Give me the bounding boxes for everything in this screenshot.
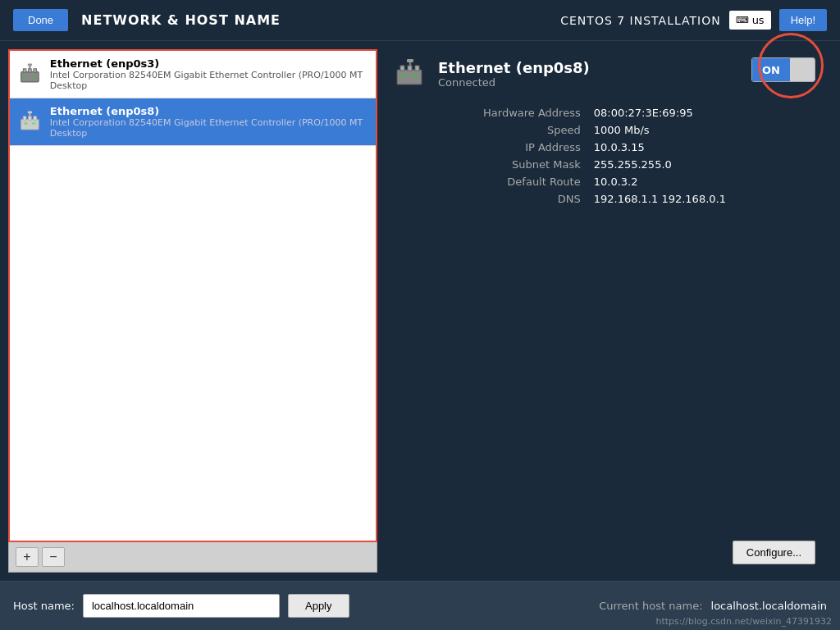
header: Done NETWORK & HOST NAME CENTOS 7 INSTAL…	[0, 0, 840, 41]
configure-button[interactable]: Configure...	[733, 541, 815, 564]
svg-rect-7	[28, 63, 32, 66]
ip-address-value: 10.0.3.15	[594, 141, 815, 153]
current-hostname-value: localhost.localdomain	[711, 600, 827, 612]
left-panel: Ethernet (enp0s3) Intel Corporation 8254…	[8, 49, 377, 573]
ethernet-icon-enp0s3	[18, 62, 42, 88]
device-status: Connected	[438, 76, 590, 89]
speed-value: 1000 Mb/s	[594, 124, 815, 136]
keyboard-icon: ⌨	[736, 15, 749, 25]
svg-rect-1	[23, 68, 26, 71]
speed-label: Speed	[394, 124, 581, 136]
network-item-enp0s3-info: Ethernet (enp0s3) Intel Corporation 8254…	[50, 57, 368, 91]
ip-address-label: IP Address	[394, 141, 581, 153]
network-item-enp0s8-desc: Intel Corporation 82540EM Gigabit Ethern…	[50, 117, 368, 139]
svg-rect-16	[397, 70, 422, 84]
network-item-enp0s3-name: Ethernet (enp0s3)	[50, 57, 368, 70]
dns-label: DNS	[394, 193, 581, 205]
svg-rect-19	[415, 66, 419, 71]
remove-network-button[interactable]: −	[42, 547, 65, 567]
svg-rect-15	[28, 111, 32, 113]
bottom-left: Host name: Apply	[13, 594, 349, 618]
keyboard-value: us	[752, 14, 765, 26]
header-left: Done NETWORK & HOST NAME	[13, 9, 281, 31]
hostname-label: Host name:	[13, 600, 75, 612]
svg-rect-3	[34, 68, 37, 71]
network-item-enp0s3[interactable]: Ethernet (enp0s3) Intel Corporation 8254…	[10, 51, 376, 98]
network-item-enp0s8-name: Ethernet (enp0s8)	[50, 105, 368, 117]
device-text-info: Ethernet (enp0s8) Connected	[438, 59, 590, 89]
svg-rect-0	[21, 71, 39, 82]
svg-rect-11	[34, 116, 37, 119]
svg-rect-12	[24, 122, 27, 125]
network-list: Ethernet (enp0s3) Intel Corporation 8254…	[8, 49, 377, 542]
device-name: Ethernet (enp0s8)	[438, 59, 590, 76]
done-button[interactable]: Done	[13, 9, 68, 31]
help-button[interactable]: Help!	[779, 9, 827, 31]
subnet-mask-value: 255.255.255.0	[594, 158, 815, 171]
svg-rect-8	[21, 119, 39, 130]
toggle-off-area	[790, 58, 815, 81]
svg-rect-13	[32, 122, 35, 125]
apply-button[interactable]: Apply	[288, 594, 349, 618]
current-hostname-label: Current host name:	[599, 600, 702, 612]
bottom-right: Current host name: localhost.localdomain	[599, 600, 827, 612]
add-network-button[interactable]: +	[16, 547, 39, 567]
default-route-label: Default Route	[394, 176, 581, 188]
main-content: Ethernet (enp0s3) Intel Corporation 8254…	[0, 41, 840, 581]
keyboard-input[interactable]: ⌨ us	[729, 11, 771, 30]
dns-value: 192.168.1.1 192.168.0.1	[594, 193, 815, 205]
svg-rect-21	[413, 74, 418, 77]
network-item-enp0s8[interactable]: Ethernet (enp0s8) Intel Corporation 8254…	[10, 98, 376, 146]
device-info: Ethernet (enp0s8) Connected	[394, 57, 590, 90]
subnet-mask-label: Subnet Mask	[394, 158, 581, 171]
hardware-address-label: Hardware Address	[394, 107, 581, 119]
device-ethernet-icon	[394, 57, 427, 90]
hostname-input[interactable]	[83, 594, 280, 618]
ethernet-icon-enp0s8	[18, 109, 42, 135]
svg-rect-17	[400, 66, 404, 71]
page-title: NETWORK & HOST NAME	[81, 12, 281, 28]
network-item-enp0s8-info: Ethernet (enp0s8) Intel Corporation 8254…	[50, 105, 368, 139]
toggle-switch[interactable]: ON	[751, 57, 815, 82]
centos-title: CENTOS 7 INSTALLATION	[560, 14, 720, 27]
list-controls: + −	[8, 542, 377, 573]
right-panel: Ethernet (enp0s8) Connected ON Hardware …	[377, 49, 832, 573]
toggle-on-label: ON	[752, 58, 790, 81]
network-item-enp0s3-desc: Intel Corporation 82540EM Gigabit Ethern…	[50, 70, 368, 91]
watermark: https://blog.csdn.net/weixin_47391932	[655, 616, 832, 627]
svg-rect-5	[32, 75, 35, 77]
toggle-container: ON	[751, 57, 815, 82]
default-route-value: 10.0.3.2	[594, 176, 815, 188]
svg-rect-4	[24, 75, 27, 77]
device-header: Ethernet (enp0s8) Connected ON	[394, 57, 815, 90]
details-table: Hardware Address 08:00:27:3E:69:95 Speed…	[394, 107, 815, 205]
hardware-address-value: 08:00:27:3E:69:95	[594, 107, 815, 119]
svg-rect-9	[23, 116, 26, 119]
svg-rect-20	[401, 74, 406, 77]
svg-rect-23	[407, 59, 413, 62]
header-right: CENTOS 7 INSTALLATION ⌨ us Help!	[560, 9, 827, 31]
